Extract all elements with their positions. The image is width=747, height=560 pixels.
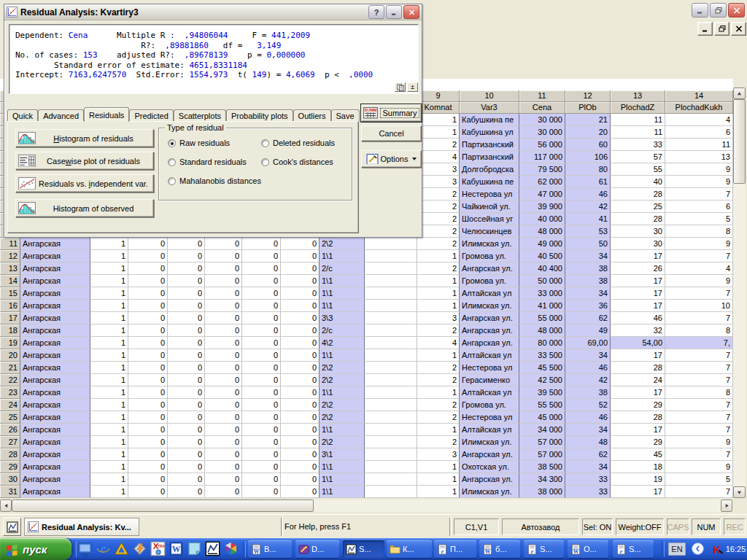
- grid-cell[interactable]: 41 000: [519, 300, 565, 312]
- grid-cell[interactable]: Ангарская: [20, 436, 90, 448]
- grid-cell[interactable]: 0: [128, 324, 168, 337]
- grid-cell[interactable]: 0: [168, 349, 205, 362]
- grid-cell[interactable]: 0: [168, 362, 205, 374]
- grid-cell[interactable]: Нестерова ул: [460, 362, 519, 374]
- row-header[interactable]: 16: [0, 300, 20, 312]
- taskbar-button-1[interactable]: WВ...: [248, 540, 292, 558]
- grid-cell[interactable]: 0: [281, 300, 320, 312]
- grid-cell[interactable]: 40 500: [519, 250, 565, 262]
- taskbar-button-9[interactable]: eS...: [613, 540, 654, 558]
- window-restore-button[interactable]: [710, 3, 727, 18]
- grid-cell[interactable]: 1\1: [320, 424, 365, 436]
- grid-cell[interactable]: 0: [168, 238, 205, 250]
- grid-cell[interactable]: 57: [611, 151, 665, 163]
- radio-deleted-residuals[interactable]: Deleted residuals: [261, 139, 335, 147]
- radio-standard-residuals[interactable]: Standard residuals: [168, 158, 247, 166]
- grid-cell[interactable]: 0: [168, 399, 205, 411]
- grid-cell[interactable]: 6: [665, 201, 733, 213]
- tab-outliers[interactable]: Outliers: [293, 109, 331, 122]
- grid-cell[interactable]: [365, 448, 417, 461]
- expand-button[interactable]: ±: [407, 82, 418, 92]
- grid-cell[interactable]: 0: [281, 349, 320, 362]
- taskbar-button-4[interactable]: К...: [387, 540, 432, 558]
- grid-cell[interactable]: 30 000: [519, 114, 565, 126]
- grid-cell[interactable]: 5: [665, 213, 733, 225]
- grid-cell[interactable]: 17: [611, 275, 665, 287]
- grid-cell[interactable]: 34 000: [519, 424, 565, 436]
- grid-cell[interactable]: 0: [242, 374, 281, 386]
- tab-residuals[interactable]: Residuals: [84, 107, 129, 122]
- grid-cell[interactable]: 6: [665, 126, 733, 139]
- grid-cell[interactable]: 1: [90, 262, 128, 275]
- grid-cell[interactable]: 1\1: [320, 250, 365, 262]
- grid-cell[interactable]: 3: [417, 312, 460, 324]
- grid-cell[interactable]: Ангарская: [20, 448, 90, 461]
- grid-cell[interactable]: Ангарская: [20, 362, 90, 374]
- grid-cell[interactable]: 0: [205, 374, 242, 386]
- grid-cell[interactable]: [365, 386, 417, 399]
- dialog-titlebar[interactable]: Residual Analysis: Kvartiry3 ?: [4, 4, 422, 20]
- grid-cell[interactable]: 0: [281, 250, 320, 262]
- grid-cell[interactable]: 62 000: [519, 176, 565, 188]
- grid-cell[interactable]: [365, 399, 417, 411]
- grid-cell[interactable]: 40 400: [519, 262, 565, 275]
- grid-cell[interactable]: Ангарская: [20, 324, 90, 337]
- grid-cell[interactable]: 0: [281, 374, 320, 386]
- grid-cell[interactable]: 0: [281, 386, 320, 399]
- grid-cell[interactable]: 0: [128, 312, 168, 324]
- grid-cell[interactable]: 0: [242, 337, 281, 349]
- grid-cell[interactable]: 3: [417, 176, 460, 188]
- grid-cell[interactable]: 0: [128, 436, 168, 448]
- row-header[interactable]: 12: [0, 250, 20, 262]
- grid-cell[interactable]: 1: [417, 424, 460, 436]
- scroll-up-button[interactable]: [733, 88, 746, 99]
- grid-cell[interactable]: 1: [417, 461, 460, 473]
- grid-cell[interactable]: 33 000: [519, 287, 565, 300]
- grid-cell[interactable]: 0: [128, 448, 168, 461]
- grid-cell[interactable]: 7: [665, 312, 733, 324]
- grid-cell[interactable]: 24: [611, 374, 665, 386]
- child-close-button[interactable]: [731, 22, 746, 36]
- grid-cell[interactable]: 60: [565, 139, 611, 151]
- grid-cell[interactable]: 1: [90, 275, 128, 287]
- column-header[interactable]: PlochadKukh: [665, 102, 733, 114]
- grid-cell[interactable]: 0: [128, 362, 168, 374]
- grid-cell[interactable]: 42 500: [519, 374, 565, 386]
- grid-cell[interactable]: 33: [611, 139, 665, 151]
- column-header[interactable]: Var3: [460, 102, 519, 114]
- grid-cell[interactable]: 0: [242, 424, 281, 436]
- grid-cell[interactable]: 0: [168, 473, 205, 486]
- delphi-icon[interactable]: [114, 541, 129, 556]
- grid-cell[interactable]: 56 000: [519, 139, 565, 151]
- grid-cell[interactable]: 0: [281, 461, 320, 473]
- child-restore-button[interactable]: [714, 22, 729, 36]
- tab-save[interactable]: Save: [331, 109, 360, 122]
- grid-cell[interactable]: 1: [90, 362, 128, 374]
- row-header[interactable]: 11: [0, 238, 20, 250]
- grid-cell[interactable]: 49 000: [519, 238, 565, 250]
- grid-cell[interactable]: 0: [281, 486, 320, 498]
- grid-cell[interactable]: 0: [128, 287, 168, 300]
- grid-cell[interactable]: 0: [205, 287, 242, 300]
- row-header[interactable]: 20: [0, 349, 20, 362]
- grid-cell[interactable]: 62: [565, 448, 611, 461]
- grid-cell[interactable]: 1: [417, 126, 460, 139]
- grid-cell[interactable]: [365, 238, 417, 250]
- grid-cell[interactable]: 19: [611, 473, 665, 486]
- grid-cell[interactable]: 33: [565, 486, 611, 498]
- grid-cell[interactable]: 0: [205, 411, 242, 424]
- grid-cell[interactable]: 57 000: [519, 448, 565, 461]
- grid-cell[interactable]: 0: [242, 411, 281, 424]
- scroll-down-button[interactable]: [733, 486, 746, 498]
- plot-button-1[interactable]: Histogram of residuals: [15, 129, 154, 147]
- grid-cell[interactable]: 7: [665, 374, 733, 386]
- grid-cell[interactable]: 1: [90, 287, 128, 300]
- plot-button-2[interactable]: Casewise plot of residuals: [15, 152, 154, 170]
- grid-cell[interactable]: 1: [417, 275, 460, 287]
- grid-cell[interactable]: 0: [128, 349, 168, 362]
- grid-cell[interactable]: 0: [168, 386, 205, 399]
- grid-cell[interactable]: 0: [168, 287, 205, 300]
- scroll-left-button[interactable]: [0, 499, 12, 512]
- grid-cell[interactable]: 1: [90, 424, 128, 436]
- grid-cell[interactable]: 39 900: [519, 201, 565, 213]
